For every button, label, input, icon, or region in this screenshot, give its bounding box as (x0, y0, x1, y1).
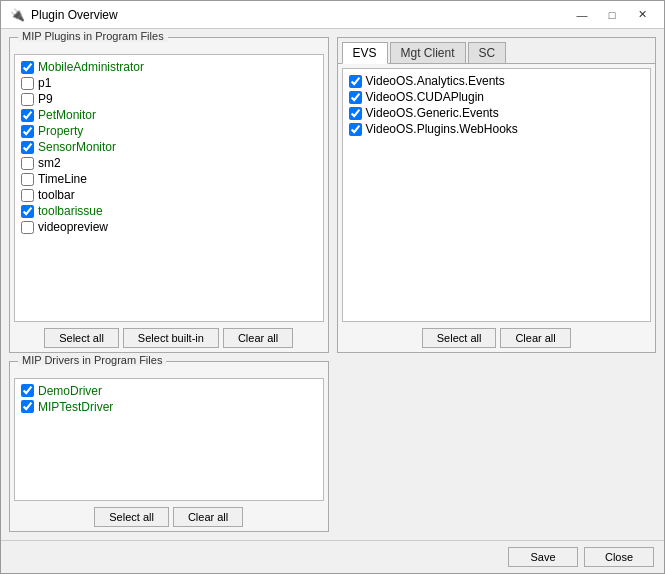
plugin-overview-window: 🔌 Plugin Overview — □ ✕ MIP Plugins in P… (0, 0, 665, 574)
evs-select-all-button[interactable]: Select all (422, 328, 497, 348)
tab-sc[interactable]: SC (468, 42, 507, 63)
list-item[interactable]: Property (19, 123, 319, 139)
save-button[interactable]: Save (508, 547, 578, 567)
list-item-label: Property (38, 124, 83, 138)
title-bar-controls: — □ ✕ (568, 5, 656, 25)
list-item-checkbox[interactable] (21, 109, 34, 122)
list-item[interactable]: PetMonitor (19, 107, 319, 123)
list-item[interactable]: P9 (19, 91, 319, 107)
list-item[interactable]: VideoOS.Analytics.Events (347, 73, 647, 89)
evs-list: VideoOS.Analytics.EventsVideoOS.CUDAPlug… (342, 68, 652, 322)
list-item-label: PetMonitor (38, 108, 96, 122)
mip-drivers-clear-all-button[interactable]: Clear all (173, 507, 243, 527)
list-item-label: videopreview (38, 220, 108, 234)
list-item[interactable]: TimeLine (19, 171, 319, 187)
list-item[interactable]: toolbarissue (19, 203, 319, 219)
evs-clear-all-button[interactable]: Clear all (500, 328, 570, 348)
list-item-checkbox[interactable] (21, 173, 34, 186)
list-item-checkbox[interactable] (349, 123, 362, 136)
mip-drivers-list: DemoDriverMIPTestDriver (14, 378, 324, 502)
list-item[interactable]: toolbar (19, 187, 319, 203)
list-item-label: MIPTestDriver (38, 400, 113, 414)
evs-tab-bar: EVSMgt ClientSC (338, 38, 656, 64)
list-item-label: VideoOS.Analytics.Events (366, 74, 505, 88)
list-item-label: SensorMonitor (38, 140, 116, 154)
tab-mgt-client[interactable]: Mgt Client (390, 42, 466, 63)
mip-plugins-content: MobileAdministratorp1P9PetMonitorPropert… (10, 50, 328, 352)
evs-panel: EVSMgt ClientSC VideoOS.Analytics.Events… (337, 37, 657, 353)
list-item-checkbox[interactable] (21, 77, 34, 90)
list-item[interactable]: VideoOS.Plugins.WebHooks (347, 121, 647, 137)
list-item-label: TimeLine (38, 172, 87, 186)
mip-drivers-title: MIP Drivers in Program Files (18, 354, 166, 366)
list-item-checkbox[interactable] (21, 61, 34, 74)
mip-plugins-select-all-button[interactable]: Select all (44, 328, 119, 348)
list-item[interactable]: VideoOS.CUDAPlugin (347, 89, 647, 105)
list-item-label: DemoDriver (38, 384, 102, 398)
list-item-checkbox[interactable] (21, 157, 34, 170)
list-item-checkbox[interactable] (21, 189, 34, 202)
maximize-button[interactable]: □ (598, 5, 626, 25)
list-item-label: toolbarissue (38, 204, 103, 218)
list-item[interactable]: videopreview (19, 219, 319, 235)
list-item-checkbox[interactable] (349, 75, 362, 88)
mip-plugins-button-row: Select all Select built-in Clear all (14, 328, 324, 348)
window-content: MIP Plugins in Program Files MobileAdmin… (1, 29, 664, 540)
list-item-label: toolbar (38, 188, 75, 202)
list-item-label: VideoOS.Generic.Events (366, 106, 499, 120)
mip-drivers-button-row: Select all Clear all (14, 507, 324, 527)
list-item-label: p1 (38, 76, 51, 90)
mip-plugins-clear-all-button[interactable]: Clear all (223, 328, 293, 348)
window-icon: 🔌 (9, 7, 25, 23)
list-item[interactable]: DemoDriver (19, 383, 319, 399)
list-item-checkbox[interactable] (349, 107, 362, 120)
list-item-label: MobileAdministrator (38, 60, 144, 74)
list-item-label: VideoOS.Plugins.WebHooks (366, 122, 518, 136)
mip-plugins-list: MobileAdministratorp1P9PetMonitorPropert… (14, 54, 324, 322)
list-item[interactable]: MIPTestDriver (19, 399, 319, 415)
title-bar: 🔌 Plugin Overview — □ ✕ (1, 1, 664, 29)
list-item[interactable]: VideoOS.Generic.Events (347, 105, 647, 121)
list-item-checkbox[interactable] (21, 141, 34, 154)
list-item-checkbox[interactable] (21, 221, 34, 234)
evs-button-row: Select all Clear all (342, 328, 652, 348)
list-item-label: P9 (38, 92, 53, 106)
mip-drivers-select-all-button[interactable]: Select all (94, 507, 169, 527)
list-item-checkbox[interactable] (21, 93, 34, 106)
mip-plugins-select-builtin-button[interactable]: Select built-in (123, 328, 219, 348)
list-item-checkbox[interactable] (21, 384, 34, 397)
bottom-bar: Save Close (1, 540, 664, 573)
list-item-checkbox[interactable] (21, 400, 34, 413)
mip-plugins-panel: MIP Plugins in Program Files MobileAdmin… (9, 37, 329, 353)
close-window-button[interactable]: ✕ (628, 5, 656, 25)
list-item[interactable]: p1 (19, 75, 319, 91)
mip-drivers-panel: MIP Drivers in Program Files DemoDriverM… (9, 361, 329, 533)
list-item-checkbox[interactable] (21, 205, 34, 218)
tab-evs[interactable]: EVS (342, 42, 388, 64)
list-item[interactable]: sm2 (19, 155, 319, 171)
mip-drivers-content: DemoDriverMIPTestDriver Select all Clear… (10, 374, 328, 532)
minimize-button[interactable]: — (568, 5, 596, 25)
close-button[interactable]: Close (584, 547, 654, 567)
list-item-label: VideoOS.CUDAPlugin (366, 90, 485, 104)
list-item-checkbox[interactable] (21, 125, 34, 138)
mip-plugins-title: MIP Plugins in Program Files (18, 30, 168, 42)
list-item[interactable]: MobileAdministrator (19, 59, 319, 75)
evs-tab-content: VideoOS.Analytics.EventsVideoOS.CUDAPlug… (338, 64, 656, 352)
window-title: Plugin Overview (31, 8, 568, 22)
list-item[interactable]: SensorMonitor (19, 139, 319, 155)
list-item-checkbox[interactable] (349, 91, 362, 104)
list-item-label: sm2 (38, 156, 61, 170)
